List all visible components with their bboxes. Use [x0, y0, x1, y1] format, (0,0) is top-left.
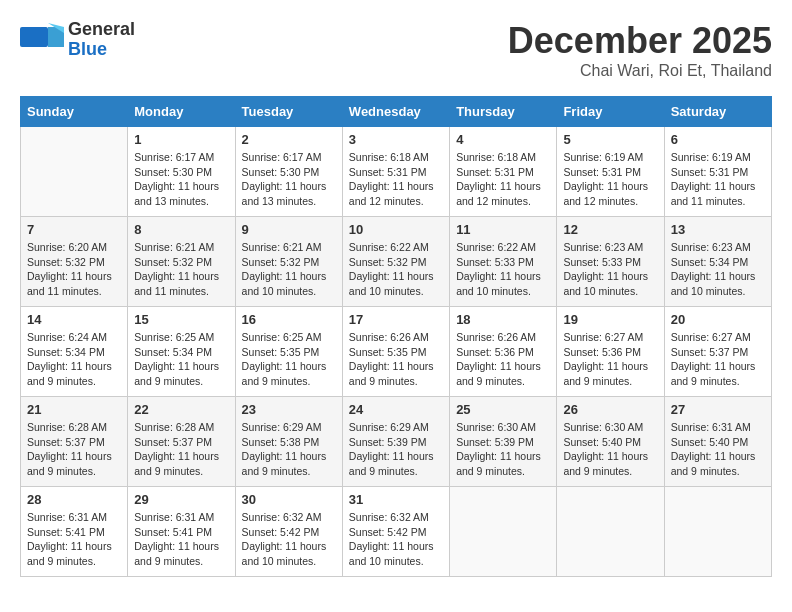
- calendar-week-2: 7Sunrise: 6:20 AM Sunset: 5:32 PM Daylig…: [21, 217, 772, 307]
- day-info: Sunrise: 6:31 AM Sunset: 5:40 PM Dayligh…: [671, 420, 765, 479]
- day-number: 20: [671, 312, 765, 327]
- calendar-cell: 16Sunrise: 6:25 AM Sunset: 5:35 PM Dayli…: [235, 307, 342, 397]
- day-number: 31: [349, 492, 443, 507]
- day-number: 11: [456, 222, 550, 237]
- calendar-cell: 6Sunrise: 6:19 AM Sunset: 5:31 PM Daylig…: [664, 127, 771, 217]
- location-text: Chai Wari, Roi Et, Thailand: [508, 62, 772, 80]
- day-info: Sunrise: 6:19 AM Sunset: 5:31 PM Dayligh…: [563, 150, 657, 209]
- day-info: Sunrise: 6:31 AM Sunset: 5:41 PM Dayligh…: [27, 510, 121, 569]
- day-info: Sunrise: 6:19 AM Sunset: 5:31 PM Dayligh…: [671, 150, 765, 209]
- calendar-cell: 1Sunrise: 6:17 AM Sunset: 5:30 PM Daylig…: [128, 127, 235, 217]
- day-info: Sunrise: 6:32 AM Sunset: 5:42 PM Dayligh…: [242, 510, 336, 569]
- calendar-cell: 2Sunrise: 6:17 AM Sunset: 5:30 PM Daylig…: [235, 127, 342, 217]
- day-number: 8: [134, 222, 228, 237]
- day-number: 9: [242, 222, 336, 237]
- calendar-cell: [450, 487, 557, 577]
- calendar-cell: 17Sunrise: 6:26 AM Sunset: 5:35 PM Dayli…: [342, 307, 449, 397]
- calendar-week-3: 14Sunrise: 6:24 AM Sunset: 5:34 PM Dayli…: [21, 307, 772, 397]
- logo-icon: [20, 23, 64, 57]
- calendar-cell: 18Sunrise: 6:26 AM Sunset: 5:36 PM Dayli…: [450, 307, 557, 397]
- calendar-cell: 21Sunrise: 6:28 AM Sunset: 5:37 PM Dayli…: [21, 397, 128, 487]
- calendar-cell: 12Sunrise: 6:23 AM Sunset: 5:33 PM Dayli…: [557, 217, 664, 307]
- calendar-cell: 9Sunrise: 6:21 AM Sunset: 5:32 PM Daylig…: [235, 217, 342, 307]
- day-number: 7: [27, 222, 121, 237]
- calendar-cell: 28Sunrise: 6:31 AM Sunset: 5:41 PM Dayli…: [21, 487, 128, 577]
- day-info: Sunrise: 6:25 AM Sunset: 5:35 PM Dayligh…: [242, 330, 336, 389]
- calendar-cell: 27Sunrise: 6:31 AM Sunset: 5:40 PM Dayli…: [664, 397, 771, 487]
- calendar-cell: 5Sunrise: 6:19 AM Sunset: 5:31 PM Daylig…: [557, 127, 664, 217]
- day-info: Sunrise: 6:30 AM Sunset: 5:40 PM Dayligh…: [563, 420, 657, 479]
- calendar-cell: 23Sunrise: 6:29 AM Sunset: 5:38 PM Dayli…: [235, 397, 342, 487]
- calendar-cell: [21, 127, 128, 217]
- day-number: 13: [671, 222, 765, 237]
- day-info: Sunrise: 6:23 AM Sunset: 5:33 PM Dayligh…: [563, 240, 657, 299]
- calendar-cell: 30Sunrise: 6:32 AM Sunset: 5:42 PM Dayli…: [235, 487, 342, 577]
- day-number: 14: [27, 312, 121, 327]
- calendar-cell: 4Sunrise: 6:18 AM Sunset: 5:31 PM Daylig…: [450, 127, 557, 217]
- calendar-week-4: 21Sunrise: 6:28 AM Sunset: 5:37 PM Dayli…: [21, 397, 772, 487]
- day-info: Sunrise: 6:22 AM Sunset: 5:32 PM Dayligh…: [349, 240, 443, 299]
- logo: General Blue: [20, 20, 135, 60]
- svg-rect-0: [20, 27, 48, 47]
- day-info: Sunrise: 6:22 AM Sunset: 5:33 PM Dayligh…: [456, 240, 550, 299]
- day-info: Sunrise: 6:18 AM Sunset: 5:31 PM Dayligh…: [349, 150, 443, 209]
- page-header: General Blue December 2025 Chai Wari, Ro…: [20, 20, 772, 80]
- calendar-cell: 22Sunrise: 6:28 AM Sunset: 5:37 PM Dayli…: [128, 397, 235, 487]
- day-number: 2: [242, 132, 336, 147]
- day-info: Sunrise: 6:30 AM Sunset: 5:39 PM Dayligh…: [456, 420, 550, 479]
- day-number: 5: [563, 132, 657, 147]
- calendar-cell: 24Sunrise: 6:29 AM Sunset: 5:39 PM Dayli…: [342, 397, 449, 487]
- day-info: Sunrise: 6:21 AM Sunset: 5:32 PM Dayligh…: [242, 240, 336, 299]
- day-info: Sunrise: 6:27 AM Sunset: 5:36 PM Dayligh…: [563, 330, 657, 389]
- header-sunday: Sunday: [21, 97, 128, 127]
- day-info: Sunrise: 6:26 AM Sunset: 5:35 PM Dayligh…: [349, 330, 443, 389]
- day-number: 1: [134, 132, 228, 147]
- header-wednesday: Wednesday: [342, 97, 449, 127]
- day-info: Sunrise: 6:32 AM Sunset: 5:42 PM Dayligh…: [349, 510, 443, 569]
- day-info: Sunrise: 6:18 AM Sunset: 5:31 PM Dayligh…: [456, 150, 550, 209]
- calendar-cell: 10Sunrise: 6:22 AM Sunset: 5:32 PM Dayli…: [342, 217, 449, 307]
- day-number: 28: [27, 492, 121, 507]
- calendar-cell: 25Sunrise: 6:30 AM Sunset: 5:39 PM Dayli…: [450, 397, 557, 487]
- calendar-week-1: 1Sunrise: 6:17 AM Sunset: 5:30 PM Daylig…: [21, 127, 772, 217]
- calendar-week-5: 28Sunrise: 6:31 AM Sunset: 5:41 PM Dayli…: [21, 487, 772, 577]
- calendar-cell: 31Sunrise: 6:32 AM Sunset: 5:42 PM Dayli…: [342, 487, 449, 577]
- day-info: Sunrise: 6:29 AM Sunset: 5:39 PM Dayligh…: [349, 420, 443, 479]
- calendar-cell: 15Sunrise: 6:25 AM Sunset: 5:34 PM Dayli…: [128, 307, 235, 397]
- day-number: 26: [563, 402, 657, 417]
- day-info: Sunrise: 6:27 AM Sunset: 5:37 PM Dayligh…: [671, 330, 765, 389]
- day-info: Sunrise: 6:17 AM Sunset: 5:30 PM Dayligh…: [134, 150, 228, 209]
- day-number: 17: [349, 312, 443, 327]
- day-number: 24: [349, 402, 443, 417]
- calendar-table: SundayMondayTuesdayWednesdayThursdayFrid…: [20, 96, 772, 577]
- header-friday: Friday: [557, 97, 664, 127]
- logo-blue-text: Blue: [68, 40, 135, 60]
- day-number: 29: [134, 492, 228, 507]
- day-number: 3: [349, 132, 443, 147]
- calendar-cell: [557, 487, 664, 577]
- calendar-cell: 19Sunrise: 6:27 AM Sunset: 5:36 PM Dayli…: [557, 307, 664, 397]
- day-number: 15: [134, 312, 228, 327]
- day-info: Sunrise: 6:23 AM Sunset: 5:34 PM Dayligh…: [671, 240, 765, 299]
- header-monday: Monday: [128, 97, 235, 127]
- header-tuesday: Tuesday: [235, 97, 342, 127]
- day-info: Sunrise: 6:28 AM Sunset: 5:37 PM Dayligh…: [134, 420, 228, 479]
- day-number: 4: [456, 132, 550, 147]
- logo-general-text: General: [68, 20, 135, 40]
- calendar-cell: 13Sunrise: 6:23 AM Sunset: 5:34 PM Dayli…: [664, 217, 771, 307]
- calendar-cell: 11Sunrise: 6:22 AM Sunset: 5:33 PM Dayli…: [450, 217, 557, 307]
- day-info: Sunrise: 6:26 AM Sunset: 5:36 PM Dayligh…: [456, 330, 550, 389]
- day-info: Sunrise: 6:24 AM Sunset: 5:34 PM Dayligh…: [27, 330, 121, 389]
- day-number: 25: [456, 402, 550, 417]
- day-number: 6: [671, 132, 765, 147]
- calendar-cell: 8Sunrise: 6:21 AM Sunset: 5:32 PM Daylig…: [128, 217, 235, 307]
- calendar-cell: [664, 487, 771, 577]
- day-info: Sunrise: 6:25 AM Sunset: 5:34 PM Dayligh…: [134, 330, 228, 389]
- day-number: 18: [456, 312, 550, 327]
- day-number: 21: [27, 402, 121, 417]
- day-info: Sunrise: 6:20 AM Sunset: 5:32 PM Dayligh…: [27, 240, 121, 299]
- calendar-cell: 20Sunrise: 6:27 AM Sunset: 5:37 PM Dayli…: [664, 307, 771, 397]
- day-number: 12: [563, 222, 657, 237]
- title-block: December 2025 Chai Wari, Roi Et, Thailan…: [508, 20, 772, 80]
- day-number: 10: [349, 222, 443, 237]
